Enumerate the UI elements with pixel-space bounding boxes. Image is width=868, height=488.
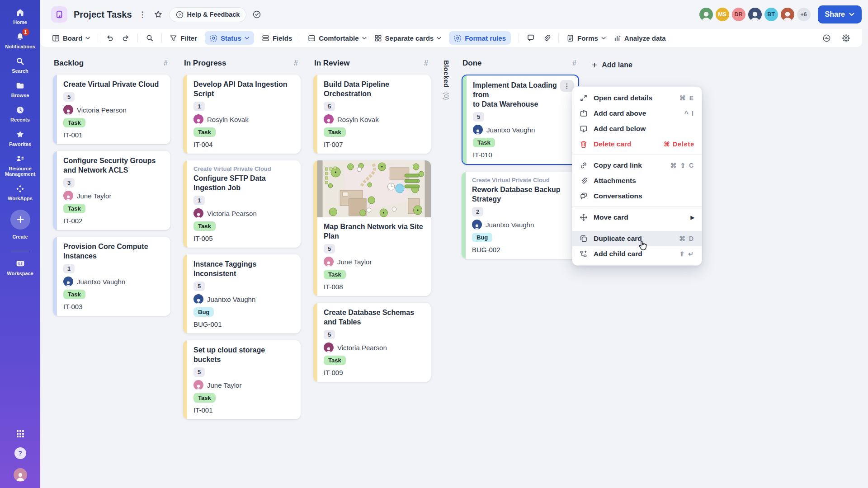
board-menu-icon[interactable]: ⋮ <box>139 10 146 19</box>
menu-item-add-card-below[interactable]: Add card below <box>572 121 702 136</box>
avatar[interactable]: DR <box>731 7 746 22</box>
avatar-overflow[interactable]: +6 <box>796 7 811 22</box>
lane-header: Backlog # <box>53 59 170 68</box>
sidebar-label: Workspace <box>7 271 33 276</box>
sidebar-item-resource-management[interactable]: Resource Management <box>4 154 37 177</box>
kanban-card[interactable]: Build Data Pipeline Orchestration 5 Rosy… <box>313 75 431 154</box>
plus-icon: + <box>592 61 597 69</box>
menu-item-copy-card-link[interactable]: Copy card link ⌘ ⇧ C <box>572 158 702 173</box>
menu-divider <box>572 228 702 228</box>
card-color-stripe <box>313 303 317 382</box>
toolbar-divider <box>519 33 519 42</box>
lane-count-icon[interactable]: # <box>294 59 298 67</box>
card-parent-link[interactable]: Create Virtual Private Cloud <box>472 177 573 183</box>
comments-button[interactable] <box>527 34 535 42</box>
help-icon[interactable]: ? <box>14 447 26 459</box>
status-grouping-chip[interactable]: Status <box>205 31 254 45</box>
filter-button[interactable]: Filter <box>170 34 197 42</box>
fields-button[interactable]: Fields <box>262 34 292 42</box>
card-points-badge: 5 <box>473 112 484 122</box>
kanban-card[interactable]: Create Virtual Private Cloud Configure S… <box>183 160 301 248</box>
activity-button[interactable] <box>822 34 831 42</box>
avatar[interactable]: BT <box>764 7 779 22</box>
forms-button[interactable]: Forms <box>566 34 606 42</box>
kanban-card[interactable]: Instance Taggings Inconsistent 5 Juantxo… <box>183 254 301 333</box>
menu-item-add-card-above[interactable]: Add card above ^ I <box>572 106 702 121</box>
menu-item-open-card-details[interactable]: Open card details ⌘ E <box>572 90 702 106</box>
menu-item-duplicate-card[interactable]: Duplicate card ⌘ D <box>572 231 702 246</box>
user-avatar[interactable] <box>14 468 27 482</box>
card-body: Create Database Schemas and Tables 5 Vic… <box>317 303 431 382</box>
menu-item-conversations[interactable]: Conversations <box>572 188 702 204</box>
card-color-stripe <box>53 75 57 144</box>
kanban-card[interactable]: Map Branch Network via Site Plan 5 June … <box>313 160 431 296</box>
card-points-badge: 5 <box>193 367 205 377</box>
menu-item-delete-card[interactable]: Delete card ⌘ Delete <box>572 136 702 152</box>
menu-item-attachments[interactable]: Attachments <box>572 173 702 188</box>
sidebar-item-notifications[interactable]: 1 Notifications <box>5 32 35 49</box>
kanban-card[interactable]: Implement Data Loading from to Data Ware… <box>462 75 579 165</box>
sidebar-item-workspace[interactable]: Workspace <box>7 258 33 276</box>
kanban-card[interactable]: Develop API Data Ingestion Script 1 Rosy… <box>183 75 301 154</box>
kanban-card[interactable]: Provision Core Compute Instances 1 Juant… <box>53 237 170 316</box>
kanban-card[interactable]: Set up cloud storage buckets 5 June Tayl… <box>183 340 301 419</box>
menu-item-add-child-card[interactable]: Add child card ⇧ ↵ <box>572 246 702 262</box>
avatar[interactable] <box>780 7 795 22</box>
card-assignee: Rosyln Kovak <box>324 114 425 124</box>
card-parent-link[interactable]: Create Virtual Private Cloud <box>193 165 294 172</box>
card-title: Develop API Data Ingestion Script <box>193 80 294 99</box>
check-circle-icon[interactable] <box>252 10 261 19</box>
kanban-card[interactable]: Create Virtual Private Cloud Rework Data… <box>462 172 579 259</box>
avatar[interactable]: MS <box>715 7 730 22</box>
menu-item-label: Move card <box>594 213 685 221</box>
lane-count-icon[interactable]: # <box>424 59 428 67</box>
clock-icon <box>15 105 25 115</box>
person-silhouette-icon <box>474 128 482 135</box>
share-button[interactable]: Share <box>818 5 862 23</box>
kanban-card[interactable]: Configure Security Groups and Network AC… <box>53 151 170 230</box>
kanban-card[interactable]: Create Database Schemas and Tables 5 Vic… <box>313 303 431 382</box>
sidebar-item-browse[interactable]: Browse <box>11 80 29 98</box>
format-rules-chip[interactable]: Format rules <box>449 31 511 45</box>
lane-title: In Review <box>314 59 349 68</box>
forms-label: Forms <box>577 34 598 42</box>
help-feedback-button[interactable]: ? Help & Feedback <box>169 7 247 22</box>
view-switcher-board[interactable]: Board <box>52 34 90 42</box>
apps-grid-icon[interactable] <box>16 429 25 438</box>
attachments-button[interactable] <box>542 34 551 42</box>
separate-cards-button[interactable]: Separate cards <box>374 34 442 42</box>
analyze-data-button[interactable]: Analyze data <box>613 34 666 42</box>
card-id: IT-003 <box>63 303 164 310</box>
card-color-stripe <box>53 151 57 230</box>
add-lane-button[interactable]: + Add lane <box>592 61 632 69</box>
menu-item-move-card[interactable]: Move card ▶ <box>572 210 702 225</box>
person-silhouette-icon <box>325 117 333 124</box>
collapsed-lane[interactable]: Blocked (0) <box>440 59 452 100</box>
card-title: Create Database Schemas and Tables <box>324 308 425 327</box>
sidebar-item-workapps[interactable]: WorkApps <box>8 183 33 201</box>
redo-button[interactable] <box>122 34 130 42</box>
density-button[interactable]: Comfortable <box>308 34 366 42</box>
workapps-icon <box>15 183 25 193</box>
sidebar-item-search[interactable]: Search <box>12 56 28 74</box>
sidebar-create-button[interactable]: Create <box>10 208 30 239</box>
favorite-star-icon[interactable] <box>154 10 163 19</box>
sidebar-item-home[interactable]: Home <box>13 7 27 25</box>
avatar[interactable] <box>747 7 763 22</box>
sidebar-item-recents[interactable]: Recents <box>10 105 30 122</box>
card-assignee: Juantxo Vaughn <box>473 125 572 135</box>
lane-count-icon[interactable]: # <box>572 59 576 67</box>
lane-title: Backlog <box>54 59 84 68</box>
view-settings-button[interactable] <box>842 34 850 42</box>
search-cards-button[interactable] <box>146 34 154 42</box>
sidebar-item-favorites[interactable]: Favorites <box>9 129 31 147</box>
top-bar: Project Tasks ⋮ ? Help & Feedback MSDRBT… <box>40 0 868 29</box>
kanban-card[interactable]: Create Virtual Private Cloud 5 Victoria … <box>53 75 170 144</box>
person-silhouette-icon <box>194 211 203 218</box>
lane-count-icon[interactable]: # <box>164 59 168 67</box>
card-assignee: Juantxo Vaughn <box>472 220 573 230</box>
undo-button[interactable] <box>106 34 114 42</box>
avatar[interactable] <box>698 7 714 22</box>
card-id: IT-001 <box>193 406 294 414</box>
card-assignee: Victoria Pearson <box>63 105 164 115</box>
